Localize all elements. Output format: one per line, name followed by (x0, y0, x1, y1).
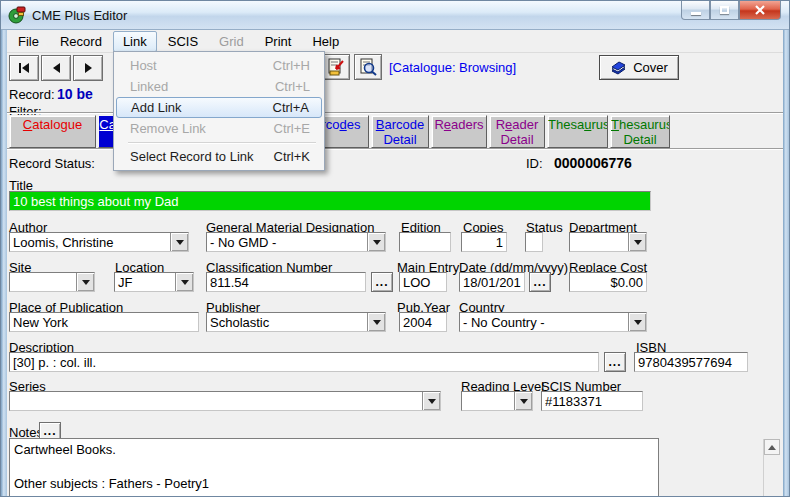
description-input[interactable] (9, 352, 599, 372)
menubar-items: FileRecordLinkSCISGridPrintHelp (2, 30, 788, 53)
location-combo[interactable]: JF (114, 272, 194, 292)
menubar-item-help[interactable]: Help (302, 31, 349, 52)
reading-level-dropdown-icon[interactable] (514, 392, 532, 410)
app-window: CME Plus Editor FileRecordLinkSCISGridPr… (0, 0, 790, 497)
tab-barcode-detail[interactable]: Barcode Detail (371, 115, 429, 148)
first-record-icon (18, 63, 30, 73)
menu-item-host[interactable]: HostCtrl+H (114, 55, 324, 76)
classification-input[interactable] (206, 272, 366, 292)
tab-reader-detail[interactable]: Reader Detail (489, 115, 545, 148)
save-record-icon (327, 58, 345, 76)
minimize-button[interactable] (681, 1, 710, 20)
close-icon (754, 5, 766, 15)
menu-item-shortcut: Ctrl+K (274, 149, 310, 164)
tab-catalogue[interactable]: Catalogue (9, 115, 96, 148)
location-combo-value: JF (115, 273, 175, 291)
copies-input[interactable] (461, 232, 507, 252)
next-record-icon (84, 63, 93, 73)
site-dropdown-icon[interactable] (76, 273, 94, 291)
menu-item-add-link[interactable]: Add LinkCtrl+A (116, 97, 322, 118)
country-dropdown-icon[interactable] (628, 313, 646, 331)
restore-icon (720, 6, 729, 14)
record-value: 10 be (57, 86, 111, 102)
edition-input[interactable] (399, 232, 451, 252)
menubar-item-scis[interactable]: SCIS (158, 31, 208, 52)
country-combo[interactable]: - No Country - (459, 312, 647, 332)
publisher-dropdown-icon[interactable] (367, 313, 385, 331)
date-ellipsis-button[interactable]: ... (529, 272, 551, 292)
first-record-button[interactable] (9, 55, 39, 81)
menu-item-label: Linked (130, 79, 168, 94)
publisher-combo[interactable]: Scholastic (206, 312, 386, 332)
menu-item-shortcut: Ctrl+H (273, 58, 310, 73)
mode-status-text: [Catalogue: Browsing] (389, 60, 516, 75)
id-value: 0000006776 (554, 155, 632, 171)
save-record-button[interactable] (322, 54, 350, 80)
tab-readers[interactable]: Readers (431, 115, 487, 148)
link-menu: HostCtrl+HLinkedCtrl+LAdd LinkCtrl+ARemo… (113, 51, 325, 171)
cover-button[interactable]: Cover (599, 55, 679, 80)
reading-level-combo[interactable] (461, 391, 533, 411)
window-frame-right (783, 30, 789, 496)
date-input[interactable] (459, 272, 525, 292)
close-button[interactable] (739, 1, 781, 20)
menu-item-label: Host (130, 58, 157, 73)
department-combo-value (570, 233, 628, 251)
menu-item-select-record-to-link[interactable]: Select Record to LinkCtrl+K (114, 146, 324, 167)
tab-thesaurus-detail[interactable]: Thesaurus Detail (610, 115, 670, 148)
menu-separator (128, 142, 316, 143)
tab-thesaurus[interactable]: Thesaurus (547, 115, 608, 148)
description-ellipsis-button[interactable]: ... (604, 352, 626, 372)
menu-item-remove-link[interactable]: Remove LinkCtrl+E (114, 118, 324, 139)
status-input[interactable] (525, 232, 543, 252)
series-combo-value (10, 392, 422, 410)
title-input[interactable] (9, 191, 651, 211)
department-combo[interactable] (569, 232, 647, 252)
site-combo-value (10, 273, 76, 291)
book-cover-icon (610, 60, 627, 75)
series-combo[interactable] (9, 391, 441, 411)
author-combo[interactable]: Loomis, Christine (9, 232, 189, 252)
gmd-combo[interactable]: - No GMD - (206, 232, 386, 252)
window-title: CME Plus Editor (32, 8, 127, 23)
isbn-input[interactable] (634, 352, 748, 372)
series-dropdown-icon[interactable] (422, 392, 440, 410)
record-status-label: Record Status: (9, 156, 95, 171)
record-label: Record: (9, 87, 55, 102)
menubar-item-link[interactable]: Link (113, 31, 157, 52)
previous-record-button[interactable] (41, 55, 71, 81)
preview-record-icon (359, 58, 377, 76)
menubar-item-print[interactable]: Print (255, 31, 302, 52)
gmd-dropdown-icon[interactable] (367, 233, 385, 251)
reading-level-combo-value (462, 392, 514, 410)
menu-item-shortcut: Ctrl+L (275, 79, 310, 94)
menubar-item-file[interactable]: File (8, 31, 49, 52)
restore-button[interactable] (710, 1, 739, 20)
pub-year-input[interactable] (399, 312, 447, 332)
scroll-up-button[interactable] (764, 439, 780, 455)
replace-cost-input[interactable] (569, 272, 647, 292)
author-combo-value: Loomis, Christine (10, 233, 170, 251)
next-record-button[interactable] (73, 55, 103, 81)
menu-item-shortcut: Ctrl+E (274, 121, 310, 136)
classification-ellipsis-button[interactable]: ... (371, 272, 393, 292)
preview-record-button[interactable] (354, 54, 382, 80)
gmd-combo-value: - No GMD - (207, 233, 367, 251)
scroll-up-icon (768, 445, 776, 450)
menubar-item-record[interactable]: Record (50, 31, 112, 52)
scis-number-input[interactable] (541, 391, 643, 411)
location-dropdown-icon[interactable] (175, 273, 193, 291)
notes-scrollbar[interactable] (763, 439, 780, 497)
id-label: ID: (526, 156, 543, 171)
author-dropdown-icon[interactable] (170, 233, 188, 251)
window-controls (681, 1, 781, 20)
site-combo[interactable] (9, 272, 95, 292)
menu-item-linked[interactable]: LinkedCtrl+L (114, 76, 324, 97)
menubar-item-grid[interactable]: Grid (209, 31, 254, 52)
main-entry-input[interactable] (399, 272, 447, 292)
publisher-combo-value: Scholastic (207, 313, 367, 331)
place-input[interactable] (9, 312, 199, 332)
notes-textarea[interactable]: Cartwheel Books. Other subjects : Father… (9, 438, 659, 497)
department-dropdown-icon[interactable] (628, 233, 646, 251)
window-frame-left (1, 30, 7, 496)
